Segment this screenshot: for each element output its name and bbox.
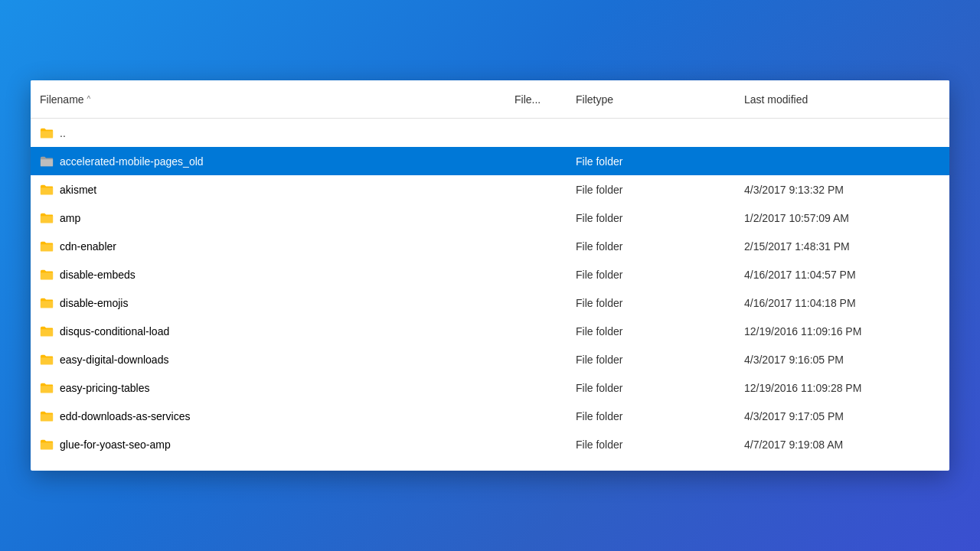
modified-cell: 4/3/2017 9:13:32 PM [735, 179, 949, 201]
filetype-cell: File folder [567, 377, 735, 399]
table-row[interactable]: .. [31, 119, 949, 147]
table-row[interactable]: edd-downloads-as-services File folder 4/… [31, 402, 949, 430]
filetype-cell: File folder [567, 434, 735, 455]
folder-icon [40, 212, 54, 224]
folder-icon [40, 354, 54, 366]
filetype-cell: File folder [567, 264, 735, 285]
filesize-cell [505, 214, 567, 223]
folder-icon [40, 410, 54, 422]
filesize-cell [505, 157, 567, 166]
table-row[interactable]: accelerated-mobile-pages_old File folder [31, 147, 949, 175]
filename-text: .. [60, 127, 66, 139]
filename-text: easy-digital-downloads [60, 354, 168, 366]
filesize-cell [505, 383, 567, 393]
file-manager: Filename ^ File... Filetype Last modifie… [31, 80, 949, 471]
table-row[interactable]: amp File folder 1/2/2017 10:57:09 AM [31, 204, 949, 232]
filename-cell: disable-emojis [31, 292, 505, 314]
filetype-cell: File folder [567, 321, 735, 342]
folder-icon [40, 382, 54, 394]
folder-icon [40, 184, 54, 196]
filename-cell: akismet [31, 179, 505, 201]
modified-cell: 4/16/2017 11:04:57 PM [735, 264, 949, 285]
modified-cell: 4/16/2017 11:04:18 PM [735, 292, 949, 314]
table-row[interactable]: disqus-conditional-load File folder 12/1… [31, 317, 949, 345]
filetype-cell: File folder [567, 349, 735, 370]
modified-cell: 4/3/2017 9:17:05 PM [735, 406, 949, 427]
filename-text: disqus-conditional-load [60, 325, 169, 337]
modified-cell: 2/15/2017 1:48:31 PM [735, 236, 949, 257]
table-header: Filename ^ File... Filetype Last modifie… [31, 80, 949, 119]
filename-text: cdn-enabler [60, 240, 116, 253]
table-row[interactable]: disable-embeds File folder 4/16/2017 11:… [31, 260, 949, 289]
filename-cell: disable-embeds [31, 264, 505, 285]
modified-cell [735, 129, 949, 138]
modified-cell [735, 157, 949, 166]
filetype-cell: File folder [567, 179, 735, 201]
filename-cell: accelerated-mobile-pages_old [31, 151, 505, 172]
filename-cell: easy-digital-downloads [31, 349, 505, 370]
filesize-cell [505, 327, 567, 336]
filesize-cell [505, 412, 567, 421]
filename-header-label: Filename [40, 93, 84, 106]
filename-text: accelerated-mobile-pages_old [60, 155, 204, 168]
filesize-cell [505, 129, 567, 138]
filename-header[interactable]: Filename ^ [31, 80, 505, 118]
folder-icon [40, 325, 54, 337]
filename-text: akismet [60, 184, 96, 196]
filesize-cell [505, 242, 567, 251]
filename-text: easy-pricing-tables [60, 382, 150, 394]
filename-text: edd-downloads-as-services [60, 410, 190, 422]
filesize-cell [505, 298, 567, 308]
table-row[interactable]: disable-emojis File folder 4/16/2017 11:… [31, 289, 949, 317]
filename-text: glue-for-yoast-seo-amp [60, 439, 171, 451]
lastmodified-header-label: Last modified [744, 93, 808, 106]
filename-cell: edd-downloads-as-services [31, 406, 505, 427]
filetype-cell: File folder [567, 151, 735, 172]
filetype-cell: File folder [567, 236, 735, 257]
file-list: .. accelerated-mobile-pages_old File fol… [31, 119, 949, 471]
filetype-cell: File folder [567, 207, 735, 229]
filename-text: disable-emojis [60, 297, 128, 309]
filesize-header[interactable]: File... [505, 80, 567, 118]
filename-cell: cdn-enabler [31, 236, 505, 257]
lastmodified-header[interactable]: Last modified [735, 80, 949, 118]
table-row[interactable]: easy-digital-downloads File folder 4/3/2… [31, 345, 949, 373]
table-row[interactable]: glue-for-yoast-seo-amp File folder 4/7/2… [31, 430, 949, 458]
filesize-cell [505, 185, 567, 194]
filetype-cell: File folder [567, 292, 735, 314]
modified-cell: 4/7/2017 9:19:08 AM [735, 434, 949, 455]
filename-text: disable-embeds [60, 269, 136, 281]
filename-cell: .. [31, 122, 505, 144]
table-row[interactable]: akismet File folder 4/3/2017 9:13:32 PM [31, 175, 949, 204]
modified-cell: 12/19/2016 11:09:28 PM [735, 377, 949, 399]
folder-icon [40, 269, 54, 281]
folder-icon [40, 127, 54, 139]
filetype-cell: File folder [567, 406, 735, 427]
filename-cell: disqus-conditional-load [31, 321, 505, 342]
modified-cell: 12/19/2016 11:09:16 PM [735, 321, 949, 342]
modified-cell: 1/2/2017 10:57:09 AM [735, 207, 949, 229]
sort-arrow-icon: ^ [87, 95, 91, 103]
filetype-cell [567, 129, 735, 138]
filename-text: amp [60, 212, 80, 224]
table-row[interactable]: cdn-enabler File folder 2/15/2017 1:48:3… [31, 232, 949, 260]
filetype-header[interactable]: Filetype [567, 80, 735, 118]
folder-icon [40, 155, 54, 168]
filesize-cell [505, 355, 567, 364]
filetype-header-label: Filetype [576, 93, 613, 106]
filesize-cell [505, 440, 567, 449]
folder-icon [40, 439, 54, 451]
folder-icon [40, 297, 54, 309]
folder-icon [40, 240, 54, 253]
filesize-cell [505, 270, 567, 279]
modified-cell: 4/3/2017 9:16:05 PM [735, 349, 949, 370]
filesize-header-label: File... [514, 93, 541, 106]
table-row[interactable]: easy-pricing-tables File folder 12/19/20… [31, 373, 949, 402]
filename-cell: amp [31, 207, 505, 229]
filename-cell: glue-for-yoast-seo-amp [31, 434, 505, 455]
filename-cell: easy-pricing-tables [31, 377, 505, 399]
